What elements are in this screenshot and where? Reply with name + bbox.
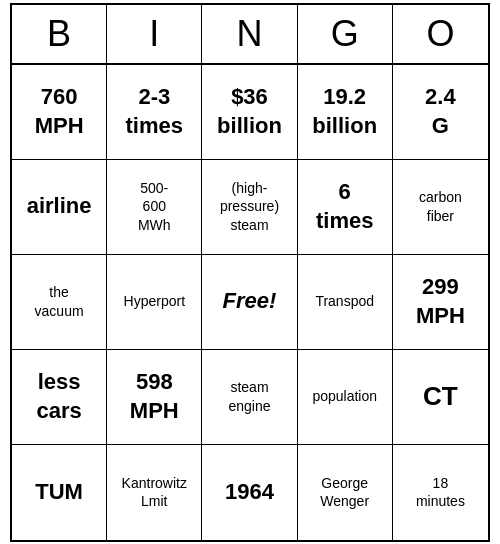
bingo-card: BINGO 760MPH2-3times$36billion19.2billio… bbox=[10, 3, 490, 542]
bingo-cell: lesscars bbox=[12, 350, 107, 445]
bingo-cell: 2-3times bbox=[107, 65, 202, 160]
bingo-cell: TUM bbox=[12, 445, 107, 540]
bingo-cell: steamengine bbox=[202, 350, 297, 445]
bingo-cell: GeorgeWenger bbox=[298, 445, 393, 540]
bingo-cell: 299MPH bbox=[393, 255, 488, 350]
bingo-cell: 598MPH bbox=[107, 350, 202, 445]
bingo-cell: CT bbox=[393, 350, 488, 445]
bingo-cell: 19.2billion bbox=[298, 65, 393, 160]
bingo-cell: Transpod bbox=[298, 255, 393, 350]
bingo-cell: KantrowitzLmit bbox=[107, 445, 202, 540]
bingo-cell: 760MPH bbox=[12, 65, 107, 160]
bingo-cell: population bbox=[298, 350, 393, 445]
bingo-cell: (high-pressure)steam bbox=[202, 160, 297, 255]
header-letter: I bbox=[107, 5, 202, 63]
bingo-cell: 6times bbox=[298, 160, 393, 255]
bingo-cell: 500-600MWh bbox=[107, 160, 202, 255]
header-letter: B bbox=[12, 5, 107, 63]
header-letter: G bbox=[298, 5, 393, 63]
bingo-cell: airline bbox=[12, 160, 107, 255]
header-letter: O bbox=[393, 5, 488, 63]
bingo-cell: Free! bbox=[202, 255, 297, 350]
bingo-cell: 2.4G bbox=[393, 65, 488, 160]
bingo-grid: 760MPH2-3times$36billion19.2billion2.4Ga… bbox=[12, 65, 488, 540]
bingo-cell: 18minutes bbox=[393, 445, 488, 540]
bingo-cell: 1964 bbox=[202, 445, 297, 540]
bingo-cell: Hyperport bbox=[107, 255, 202, 350]
header-letter: N bbox=[202, 5, 297, 63]
bingo-header: BINGO bbox=[12, 5, 488, 65]
bingo-cell: thevacuum bbox=[12, 255, 107, 350]
bingo-cell: $36billion bbox=[202, 65, 297, 160]
bingo-cell: carbonfiber bbox=[393, 160, 488, 255]
